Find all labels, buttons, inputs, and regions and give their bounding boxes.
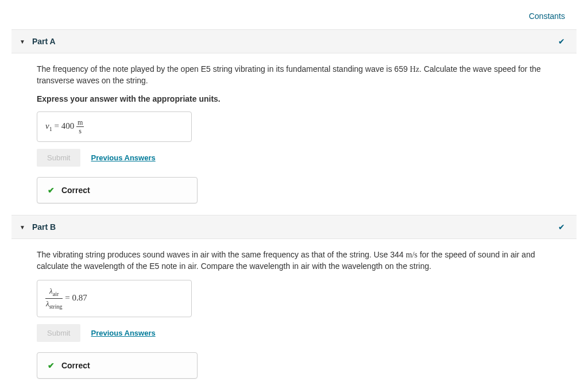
correct-label: Correct [61, 361, 90, 370]
part-a-submit-row: Submit Previous Answers [37, 149, 565, 167]
previous-answers-link[interactable]: Previous Answers [91, 153, 155, 162]
caret-down-icon: ▼ [20, 224, 25, 230]
answer-lhs-frac: λair λstring [45, 287, 63, 309]
part-a-instruction: Express your answer with the appropriate… [37, 94, 565, 103]
part-a-body: The frequency of the note played by the … [11, 53, 577, 215]
caret-down-icon: ▼ [20, 39, 25, 45]
top-links: Constants [11, 6, 577, 29]
check-icon: ✔ [48, 186, 55, 195]
part-a-title: Part A [32, 37, 56, 46]
submit-button: Submit [37, 149, 80, 167]
answer-lhs-var: v [45, 121, 49, 130]
constants-link[interactable]: Constants [529, 11, 565, 21]
answer-value: 400 [61, 121, 76, 130]
part-b-answer-box: λair λstring = 0.87 [37, 280, 192, 317]
answer-eq: = [52, 121, 61, 130]
part-a-answer-box: v1 = 400 ms [37, 111, 192, 142]
submit-button: Submit [37, 324, 80, 342]
check-icon: ✔ [558, 37, 565, 46]
part-a-header[interactable]: ▼ Part A ✔ [11, 29, 577, 53]
part-b-title: Part B [32, 222, 56, 232]
correct-label: Correct [61, 186, 90, 195]
part-b-section: ▼ Part B ✔ The vibrating string produces… [11, 215, 577, 381]
check-icon: ✔ [48, 361, 55, 370]
answer-value: 0.87 [72, 293, 87, 302]
part-b-header[interactable]: ▼ Part B ✔ [11, 215, 577, 239]
part-a-prompt: The frequency of the note played by the … [37, 64, 565, 86]
part-b-correct-box: ✔ Correct [37, 352, 198, 379]
part-a-section: ▼ Part A ✔ The frequency of the note pla… [11, 29, 577, 215]
answer-eq: = [63, 293, 72, 302]
part-b-submit-row: Submit Previous Answers [37, 324, 565, 342]
answer-unit: ms [76, 119, 84, 134]
part-b-prompt: The vibrating string produces sound wave… [37, 249, 565, 272]
part-a-correct-box: ✔ Correct [37, 177, 198, 203]
part-b-body: The vibrating string produces sound wave… [11, 239, 577, 381]
previous-answers-link[interactable]: Previous Answers [91, 329, 155, 337]
check-icon: ✔ [558, 222, 565, 232]
